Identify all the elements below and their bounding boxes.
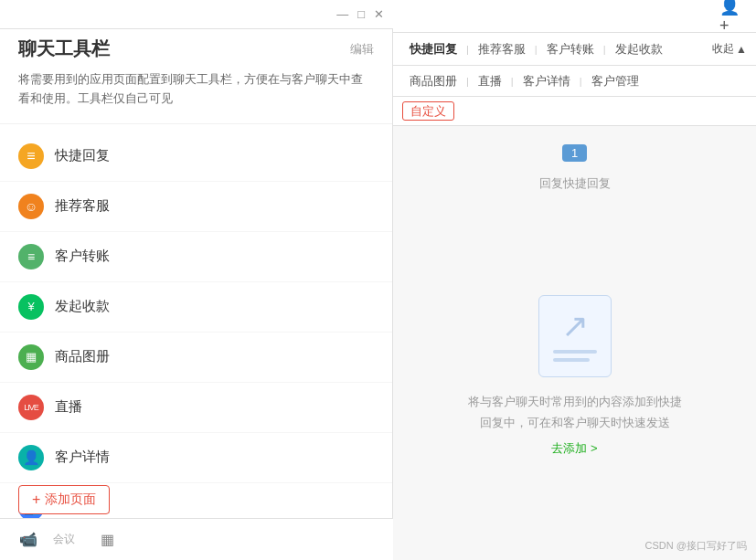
- share-illustration: ↗: [538, 295, 612, 377]
- add-page-label: 添加页面: [45, 491, 96, 508]
- right-top-bar: 👤+: [393, 0, 756, 33]
- add-page-button[interactable]: + 添加页面: [18, 485, 110, 514]
- menu-label-customer-info: 客户详情: [55, 449, 110, 466]
- share-line-1: [553, 350, 597, 354]
- live-icon: LIVE: [18, 395, 44, 420]
- grid-icon: ▦: [101, 531, 114, 548]
- custom-btn-row: 自定义: [393, 97, 756, 126]
- product-catalog-icon: ▦: [18, 344, 44, 370]
- badge-area: 1: [393, 126, 756, 171]
- right-tabs-bar: 快捷回复 | 推荐客服 | 客户转账 | 发起收款 收起 ▲: [393, 33, 756, 66]
- badge: 1: [562, 144, 587, 162]
- share-lines: [548, 345, 602, 366]
- main-window: — □ ✕ 聊天工具栏 编辑 将需要用到的应用页面配置到聊天工具栏，方便在与客户…: [0, 0, 756, 560]
- menu-label-product-catalog: 商品图册: [55, 348, 110, 365]
- tab-customer-transfer[interactable]: 客户转账: [539, 37, 602, 61]
- go-add-link[interactable]: 去添加 >: [551, 440, 597, 457]
- watermark: CSDN @接口写好了吗: [645, 539, 747, 553]
- maximize-button[interactable]: □: [357, 7, 365, 21]
- edit-button[interactable]: 编辑: [350, 41, 374, 58]
- menu-item-quick-reply[interactable]: ≡ 快捷回复: [0, 132, 392, 182]
- close-button[interactable]: ✕: [374, 7, 384, 21]
- prompt-top-text: 回复快捷回复: [539, 176, 611, 190]
- collapse-label: 收起: [712, 41, 734, 57]
- desc-line-1: 将与客户聊天时常用到的内容添加到快捷: [468, 395, 682, 408]
- customer-transfer-icon: ≡: [18, 244, 44, 269]
- minimize-button[interactable]: —: [336, 7, 348, 21]
- menu-item-product-catalog[interactable]: ▦ 商品图册: [0, 333, 392, 383]
- window-controls: — □ ✕: [336, 7, 384, 21]
- menu-label-recommend-service: 推荐客服: [55, 197, 110, 215]
- sub-tab-live[interactable]: 直播: [471, 69, 509, 93]
- menu-item-recommend-service[interactable]: ☺ 推荐客服: [0, 182, 392, 232]
- tab-collect-payment[interactable]: 发起收款: [608, 37, 670, 61]
- menu-item-customer-transfer[interactable]: ≡ 客户转账: [0, 232, 392, 282]
- menu-item-collect-payment[interactable]: ¥ 发起收款: [0, 282, 392, 333]
- recommend-service-icon: ☺: [18, 194, 44, 219]
- meeting-icon: 📹: [19, 531, 37, 548]
- grid-button[interactable]: ▦: [93, 526, 121, 554]
- chevron-up-icon: ▲: [736, 43, 747, 56]
- menu-label-collect-payment: 发起收款: [55, 298, 110, 315]
- share-line-2: [553, 358, 590, 362]
- custom-button[interactable]: 自定义: [402, 101, 454, 121]
- divider: [0, 123, 392, 124]
- collapse-button[interactable]: 收起 ▲: [712, 41, 747, 57]
- sub-tab-customer-manage[interactable]: 客户管理: [584, 69, 646, 93]
- title-bar: — □ ✕: [0, 0, 393, 29]
- tab-recommend-service[interactable]: 推荐客服: [471, 37, 533, 61]
- share-arrow-icon: ↗: [561, 307, 589, 345]
- panel-description: 将需要用到的应用页面配置到聊天工具栏，方便在与客户聊天中查看和使用。工具栏仅自己…: [0, 70, 392, 123]
- desc-text: 将与客户聊天时常用到的内容添加到快捷 回复中，可在和客户聊天时快速发送: [468, 392, 682, 432]
- menu-label-customer-transfer: 客户转账: [55, 248, 110, 265]
- sub-tab-customer-info[interactable]: 客户详情: [516, 69, 578, 93]
- menu-item-customer-info[interactable]: 👤 客户详情: [0, 433, 392, 483]
- meeting-label: 会议: [53, 532, 75, 547]
- add-user-icon: 👤+: [719, 0, 741, 36]
- bottom-bar: 📹 会议 ▦: [0, 518, 393, 560]
- customer-info-icon: 👤: [18, 445, 44, 470]
- menu-label-live: 直播: [55, 398, 82, 416]
- left-panel: — □ ✕ 聊天工具栏 编辑 将需要用到的应用页面配置到聊天工具栏，方便在与客户…: [0, 0, 393, 560]
- plus-icon: +: [32, 491, 40, 508]
- collect-payment-icon: ¥: [18, 294, 44, 320]
- desc-line-2: 回复中，可在和客户聊天时快速发送: [480, 416, 670, 429]
- right-sub-tabs: 商品图册 | 直播 | 客户详情 | 客户管理: [393, 66, 756, 97]
- meeting-button[interactable]: 📹: [15, 526, 42, 554]
- quick-reply-icon: ≡: [18, 143, 44, 169]
- menu-label-quick-reply: 快捷回复: [55, 147, 110, 164]
- tab-quick-reply[interactable]: 快捷回复: [402, 37, 464, 61]
- menu-item-live[interactable]: LIVE 直播: [0, 383, 392, 433]
- right-panel: 👤+ 快捷回复 | 推荐客服 | 客户转账 | 发起收款 收起 ▲ 商品图册 |…: [393, 0, 756, 560]
- user-icon[interactable]: 👤+: [719, 5, 741, 27]
- panel-title: 聊天工具栏: [18, 37, 110, 61]
- right-content-area: ↗ 将与客户聊天时常用到的内容添加到快捷 回复中，可在和客户聊天时快速发送 去添…: [393, 192, 756, 560]
- sub-tab-product-catalog[interactable]: 商品图册: [402, 69, 464, 93]
- prompt-area: 回复快捷回复: [393, 171, 756, 192]
